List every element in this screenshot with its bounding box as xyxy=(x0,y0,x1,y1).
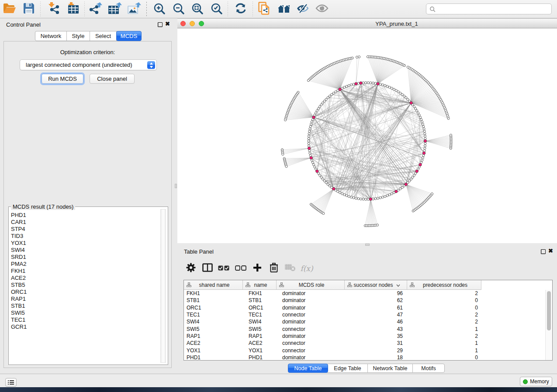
table-cell: 2 xyxy=(407,333,481,339)
zoom-fit-icon xyxy=(191,2,203,16)
export-network-button[interactable] xyxy=(87,0,104,18)
table-cell: ORC1 xyxy=(184,305,243,311)
table-cell: SWI5 xyxy=(184,326,243,332)
mcds-result-item[interactable]: PMA2 xyxy=(11,261,27,268)
tab-network-table[interactable]: Network Table xyxy=(368,364,413,372)
control-panel-tabs: NetworkStyleSelectMCDS xyxy=(35,31,142,41)
hide-selected-button[interactable] xyxy=(294,0,311,18)
zoom-in-button[interactable] xyxy=(150,0,168,18)
vertical-splitter-handle[interactable] xyxy=(175,184,177,188)
mcds-list-scrollbar[interactable] xyxy=(160,209,166,363)
table-row[interactable]: PHD1PHD1dominator180 xyxy=(184,354,552,361)
tab-mcds[interactable]: MCDS xyxy=(116,31,142,41)
mcds-result-item[interactable]: SWI4 xyxy=(11,247,27,254)
tab-style[interactable]: Style xyxy=(67,31,90,41)
tab-motifs[interactable]: Motifs xyxy=(413,364,444,372)
export-image-button[interactable] xyxy=(125,0,143,18)
tab-node-table[interactable]: Node Table xyxy=(288,364,328,373)
mcds-result-item[interactable]: STP4 xyxy=(11,226,27,233)
table-cell: 2 xyxy=(407,312,481,318)
tab-select[interactable]: Select xyxy=(90,31,117,41)
minimize-window-icon[interactable] xyxy=(190,21,195,26)
horizontal-splitter[interactable] xyxy=(177,243,557,246)
mcds-result-item[interactable]: STB1 xyxy=(11,303,27,309)
import-network-button[interactable] xyxy=(45,0,62,18)
first-neighbors-button[interactable] xyxy=(275,0,293,18)
table-row[interactable]: FKH1FKH1dominator962 xyxy=(184,290,552,297)
mcds-result-item[interactable]: SWI5 xyxy=(11,309,27,316)
mcds-result-item[interactable]: STB5 xyxy=(11,282,27,289)
export-table-button[interactable] xyxy=(106,0,124,18)
mcds-result-item[interactable]: CAR1 xyxy=(11,219,27,226)
table-settings-button[interactable] xyxy=(183,260,199,277)
clone-network-button[interactable] xyxy=(256,0,273,18)
table-cell: 47 xyxy=(345,312,407,318)
table-row[interactable]: SWI5SWI5connector431 xyxy=(184,325,552,332)
close-panel-icon[interactable]: ✖ xyxy=(165,21,170,27)
run-mcds-button[interactable]: Run MCDS xyxy=(42,74,83,84)
close-window-icon[interactable] xyxy=(180,21,186,26)
add-column-button[interactable] xyxy=(249,260,266,277)
table-cell: SWI5 xyxy=(243,326,277,332)
table-row[interactable]: ACE2ACE2connector311 xyxy=(184,340,552,347)
float-panel-icon[interactable] xyxy=(158,22,163,27)
zoom-fit-button[interactable] xyxy=(188,0,206,18)
deselect-all-button[interactable] xyxy=(232,260,249,277)
table-row[interactable]: RAP1RAP1dominator352 xyxy=(184,333,552,340)
memory-button[interactable]: Memory xyxy=(520,377,552,386)
import-table-button[interactable] xyxy=(64,0,82,18)
select-all-button[interactable] xyxy=(215,260,232,277)
mcds-result-item[interactable]: FKH1 xyxy=(11,268,27,275)
tab-network[interactable]: Network xyxy=(35,31,67,41)
mcds-result-item[interactable]: ORC1 xyxy=(11,289,27,296)
zoom-in-icon xyxy=(153,2,165,16)
column-header-successor-nodes[interactable]: successor nodes xyxy=(345,280,407,290)
mcds-result-item[interactable]: YOX1 xyxy=(11,240,27,247)
table-cell: YOX1 xyxy=(184,347,243,354)
optimization-criterion-select[interactable]: largest connected component (undirected) xyxy=(20,59,157,70)
open-session-icon xyxy=(3,3,16,15)
column-header-predecessor-nodes[interactable]: predecessor nodes xyxy=(407,280,481,290)
tab-edge-table[interactable]: Edge Table xyxy=(328,364,368,372)
table-row[interactable]: ORC1ORC1dominator610 xyxy=(184,304,552,311)
table-scrollbar-thumb[interactable] xyxy=(547,291,551,330)
table-panel-close-icon[interactable]: ✖ xyxy=(548,248,553,254)
mcds-result-item[interactable]: PHD1 xyxy=(11,212,27,219)
mcds-result-item[interactable]: TID3 xyxy=(11,233,27,240)
table-row[interactable]: SWI4SWI4dominator462 xyxy=(184,318,552,325)
maximize-window-icon[interactable] xyxy=(199,21,204,26)
apply-layout-button[interactable] xyxy=(232,0,249,18)
clone-network-icon xyxy=(258,2,270,17)
mcds-result-item[interactable]: GCR1 xyxy=(11,323,27,330)
zoom-out-button[interactable] xyxy=(170,0,187,18)
column-header-name[interactable]: name xyxy=(243,280,277,290)
horizontal-splitter-handle[interactable] xyxy=(365,244,370,246)
show-columns-button[interactable] xyxy=(199,260,216,277)
open-session-button[interactable] xyxy=(1,0,18,18)
select-all-icon xyxy=(218,265,229,272)
close-panel-button[interactable]: Close panel xyxy=(90,74,135,84)
table-row[interactable]: TEC1TEC1connector472 xyxy=(184,311,552,318)
mcds-result-item[interactable]: ACE2 xyxy=(11,275,27,282)
show-all-button[interactable] xyxy=(313,0,331,18)
mcds-result-list[interactable]: PHD1CAR1STP4TID3YOX1SWI4SRD1PMA2FKH1ACE2… xyxy=(11,212,27,330)
network-view-window: YPA_prune.txt_1 xyxy=(177,18,557,243)
hide-selected-icon xyxy=(296,3,309,15)
column-header-MCDS-role[interactable]: MCDS role xyxy=(277,280,345,290)
panel-menu-button[interactable] xyxy=(5,378,17,387)
network-canvas[interactable] xyxy=(177,28,557,243)
column-header-shared-name[interactable]: shared name xyxy=(184,280,243,290)
table-panel-float-icon[interactable] xyxy=(541,249,546,254)
table-row[interactable]: YOX1YOX1connector291 xyxy=(184,347,552,354)
mcds-result-item[interactable]: SRD1 xyxy=(11,254,27,261)
table-cell: connector xyxy=(277,340,345,346)
search-field[interactable] xyxy=(426,3,552,14)
table-row[interactable]: STB1STB1dominator620 xyxy=(184,297,552,304)
save-session-button[interactable] xyxy=(20,0,38,18)
mcds-result-item[interactable]: RAP1 xyxy=(11,296,27,303)
mcds-result-item[interactable]: TEC1 xyxy=(11,316,27,323)
table-scrollbar[interactable] xyxy=(545,290,552,360)
delete-column-button[interactable] xyxy=(266,260,282,277)
zoom-selected-button[interactable] xyxy=(208,0,225,18)
import-table-icon xyxy=(66,2,80,16)
